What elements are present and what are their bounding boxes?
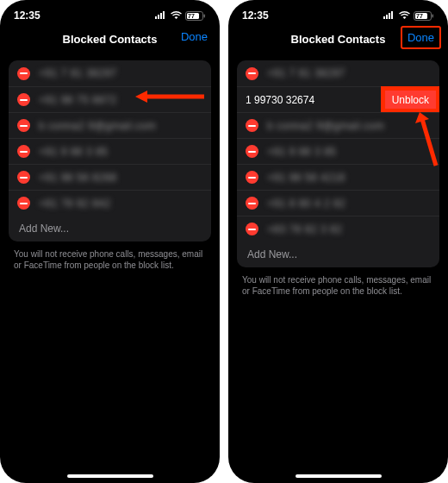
- blocked-list: +91 7 81 38297 +91 98 75 8872 b conna2 9…: [9, 60, 211, 242]
- phone-right: 12:35 77 Blocked Contacts Done +91 7 81 …: [228, 0, 448, 483]
- contact-label: 1 99730 32674: [237, 94, 382, 106]
- svg-rect-6: [204, 14, 206, 17]
- remove-icon[interactable]: [246, 197, 258, 210]
- wifi-icon: [171, 11, 182, 20]
- battery-icon: 77: [185, 11, 206, 21]
- battery-icon: 77: [414, 11, 434, 21]
- blocked-row[interactable]: +91 98 58 8268: [9, 164, 211, 190]
- remove-icon[interactable]: [17, 119, 30, 132]
- svg-rect-13: [391, 11, 393, 19]
- blocked-list: +91 7 81 38297 1 99730 32674 Unblock b c…: [237, 60, 439, 267]
- footnote: You will not receive phone calls, messag…: [0, 242, 220, 278]
- blocked-row-swiped[interactable]: 1 99730 32674 Unblock: [237, 86, 439, 112]
- remove-icon[interactable]: [17, 197, 30, 210]
- svg-text:77: 77: [188, 13, 195, 19]
- contact-label: +91 98 58 4218: [267, 172, 345, 184]
- remove-icon[interactable]: [17, 145, 30, 158]
- wifi-icon: [399, 11, 410, 20]
- remove-icon[interactable]: [246, 67, 258, 80]
- contact-label: +91 98 75 8872: [39, 94, 117, 106]
- done-button[interactable]: Done: [181, 30, 208, 43]
- contact-label: +91 8 80 4 2 82: [267, 198, 345, 210]
- contact-label: +91 7 81 38297: [267, 67, 345, 79]
- svg-rect-10: [383, 16, 385, 19]
- svg-rect-1: [158, 15, 159, 19]
- blocked-row[interactable]: +91 7 81 38297: [237, 60, 439, 86]
- blocked-row[interactable]: +91 98 75 8872: [9, 86, 211, 112]
- unblock-button[interactable]: Unblock: [382, 87, 439, 112]
- header: Blocked Contacts Done: [0, 26, 220, 52]
- contact-label: b conna2 9@gmail.com: [267, 120, 384, 132]
- blocked-row[interactable]: +91 9 88 3 85: [237, 138, 439, 164]
- footnote: You will not receive phone calls, messag…: [228, 267, 448, 304]
- status-bar: 12:35 77: [228, 0, 448, 26]
- remove-icon[interactable]: [246, 145, 258, 158]
- svg-rect-16: [432, 14, 434, 17]
- blocked-row[interactable]: +81 78 92 842: [9, 190, 211, 216]
- cellular-icon: [383, 11, 395, 20]
- blocked-row[interactable]: +91 7 81 38297: [9, 60, 211, 86]
- status-bar: 12:35 77: [0, 0, 220, 26]
- svg-rect-0: [155, 16, 157, 19]
- remove-icon[interactable]: [246, 119, 258, 132]
- blocked-row[interactable]: +91 9 88 3 85: [9, 138, 211, 164]
- blocked-row[interactable]: b conna2 9@gmail.com: [9, 112, 211, 138]
- svg-rect-12: [389, 13, 390, 19]
- header: Blocked Contacts Done: [228, 26, 448, 52]
- add-new-button[interactable]: Add New...: [237, 242, 439, 267]
- svg-rect-2: [160, 13, 162, 19]
- contact-label: +91 9 88 3 85: [39, 146, 108, 158]
- contact-label: +83 78 82 3 82: [267, 223, 342, 235]
- svg-text:77: 77: [416, 13, 423, 19]
- contact-label: +91 7 81 38297: [39, 67, 117, 79]
- status-indicators: 77: [383, 11, 434, 21]
- remove-icon[interactable]: [17, 93, 30, 106]
- cellular-icon: [155, 11, 167, 20]
- status-time: 12:35: [14, 9, 40, 22]
- phone-left: 12:35 77 Blocked Contacts Done +91 7 81 …: [0, 0, 220, 483]
- blocked-row[interactable]: +91 98 58 4218: [237, 164, 439, 190]
- remove-icon[interactable]: [17, 67, 30, 80]
- home-indicator[interactable]: [296, 474, 382, 478]
- done-button[interactable]: Done: [401, 26, 441, 49]
- status-time: 12:35: [242, 9, 269, 22]
- blocked-row[interactable]: b conna2 9@gmail.com: [237, 112, 439, 138]
- add-new-button[interactable]: Add New...: [9, 216, 211, 242]
- page-title: Blocked Contacts: [291, 33, 386, 46]
- home-indicator[interactable]: [67, 474, 153, 478]
- remove-icon[interactable]: [246, 171, 258, 184]
- svg-rect-3: [163, 11, 165, 19]
- remove-icon[interactable]: [246, 223, 258, 235]
- status-indicators: 77: [155, 11, 206, 21]
- page-title: Blocked Contacts: [63, 33, 158, 46]
- contact-label: +91 98 58 8268: [39, 172, 117, 184]
- contact-label: b conna2 9@gmail.com: [39, 120, 156, 132]
- blocked-row[interactable]: +91 8 80 4 2 82: [237, 190, 439, 216]
- contact-label: +81 78 92 842: [39, 198, 111, 210]
- blocked-row[interactable]: +83 78 82 3 82: [237, 216, 439, 242]
- remove-icon[interactable]: [17, 171, 30, 184]
- contact-label: +91 9 88 3 85: [267, 146, 336, 158]
- svg-rect-11: [386, 15, 388, 19]
